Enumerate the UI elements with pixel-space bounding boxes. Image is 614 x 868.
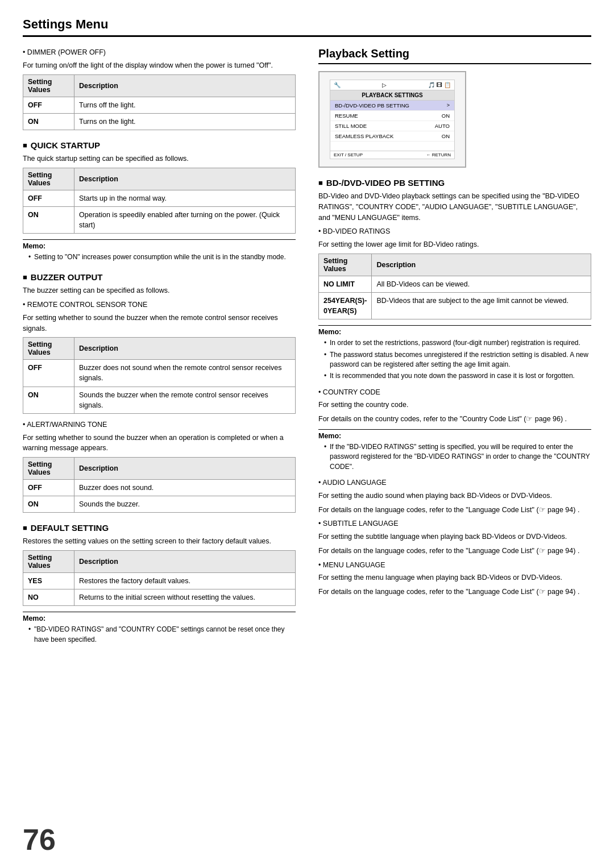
bd-video-ratings-table: Setting Values Description NO LIMIT All … — [318, 254, 591, 319]
ds-no-value: NO — [23, 589, 74, 606]
alert-off-desc: Buzzer does not sound. — [74, 480, 296, 496]
ds-header-desc: Description — [74, 551, 296, 573]
bvr-memo-title: Memo: — [318, 328, 591, 336]
ds-yes-value: YES — [23, 573, 74, 589]
screen-inner: 🔧 ▷ 🎵 🎞 📋 PLAYBACK SETTINGS BD-/DVD-VIDE… — [330, 80, 455, 159]
screen-icon-play: ▷ — [382, 82, 387, 88]
audio-language-desc2: For details on the language codes, refer… — [318, 505, 591, 516]
bvr-nolimit-desc: All BD-Videos can be viewed. — [372, 276, 591, 292]
bd-dvd-section: BD-/DVD-VIDEO PB SETTING BD-Video and DV… — [318, 178, 591, 597]
table-row: NO LIMIT All BD-Videos can be viewed. — [319, 276, 591, 292]
bvr-year-desc: BD-Videos that are subject to the age li… — [372, 292, 591, 319]
rc-header-values: Setting Values — [23, 338, 74, 360]
screen-menu-label-still: STILL MODE — [335, 123, 367, 129]
screen-menu-item-bd: BD-/DVD-VIDEO PB SETTING > — [330, 101, 454, 111]
bd-dvd-desc: BD-Video and DVD-Video playback settings… — [318, 191, 591, 223]
bd-video-ratings-desc: For setting the lower age limit for BD-V… — [318, 239, 591, 250]
page-title: Settings Menu — [23, 17, 591, 37]
screen-menu-value-seamless: ON — [442, 133, 450, 139]
bvr-year-value: 254YEAR(S)- 0YEAR(S) — [319, 292, 372, 319]
default-setting-table: Setting Values Description YES Restores … — [23, 550, 296, 606]
screen-menu-arrow-bd: > — [447, 102, 450, 109]
screen-menu-value-still: AUTO — [435, 123, 450, 129]
cc-memo-title: Memo: — [318, 432, 591, 440]
dimmer-desc: For turning on/off the light of the disp… — [23, 60, 296, 71]
screen-menu-label-seamless: SEAMLESS PLAYBACK — [335, 133, 393, 139]
screen-icon-settings: 🔧 — [334, 82, 341, 88]
rc-on-desc: Sounds the buzzer when the remote contro… — [74, 387, 296, 413]
qs-off-desc: Starts up in the normal way. — [74, 190, 296, 206]
qs-header-values: Setting Values — [23, 168, 74, 190]
bvr-header-desc: Description — [372, 254, 591, 276]
quick-startup-table: Setting Values Description OFF Starts up… — [23, 168, 296, 234]
table-row: OFF Buzzer does not sound. — [23, 480, 296, 496]
screen-menu-item-resume: RESUME ON — [330, 111, 454, 121]
screen-menu-title: PLAYBACK SETTINGS — [330, 90, 454, 101]
ds-yes-desc: Restores the factory default values. — [74, 573, 296, 589]
table-row: ON Sounds the buzzer. — [23, 496, 296, 513]
country-code-desc1: For setting the country code. — [318, 400, 591, 410]
dimmer-section: DIMMER (POWER OFF) For turning on/off th… — [23, 47, 296, 130]
quick-startup-title: QUICK STARTUP — [23, 140, 296, 150]
qs-on-desc: Operation is speedily enabled after turn… — [74, 206, 296, 233]
default-setting-memo: Memo: "BD-VIDEO RATINGS" and "COUNTRY CO… — [23, 612, 296, 645]
alert-header-desc: Description — [74, 458, 296, 480]
default-setting-title: DEFAULT SETTING — [23, 523, 296, 533]
table-row: OFF Starts up in the normal way. — [23, 190, 296, 206]
subtitle-language-desc1: For setting the subtitle language when p… — [318, 531, 591, 542]
qs-memo-item-0: Setting to "ON" increases power consumpt… — [28, 252, 296, 262]
screen-menu-item-still: STILL MODE AUTO — [330, 121, 454, 131]
audio-language-desc1: For setting the audio sound when playing… — [318, 491, 591, 501]
qs-on-value: ON — [23, 206, 74, 233]
left-column: DIMMER (POWER OFF) For turning on/off th… — [23, 47, 296, 650]
dimmer-on-value: ON — [23, 113, 74, 130]
qs-header-desc: Description — [74, 168, 296, 190]
ds-memo-item-0: "BD-VIDEO RATINGS" and "COUNTRY CODE" se… — [28, 625, 296, 645]
screen-bottom-right: ← RETURN — [426, 152, 451, 157]
alert-on-desc: Sounds the buzzer. — [74, 496, 296, 513]
dimmer-table: Setting Values Description OFF Turns off… — [23, 74, 296, 130]
menu-language-desc2: For details on the language codes, refer… — [318, 587, 591, 597]
country-code-memo: Memo: If the "BD-VIDEO RATINGS" setting … — [318, 429, 591, 472]
table-row: ON Turns on the light. — [23, 113, 296, 130]
default-setting-section: DEFAULT SETTING Restores the setting val… — [23, 523, 296, 645]
playback-setting-title: Playback Setting — [318, 47, 591, 64]
screen-menu-label-bd: BD-/DVD-VIDEO PB SETTING — [335, 102, 409, 109]
screen-menu-value-resume: ON — [442, 113, 450, 119]
cc-memo-item-0: If the "BD-VIDEO RATINGS" setting is spe… — [324, 442, 591, 472]
buzzer-desc: The buzzer setting can be specified as f… — [23, 285, 296, 296]
buzzer-output-title: BUZZER OUTPUT — [23, 272, 296, 282]
bd-dvd-title: BD-/DVD-VIDEO PB SETTING — [318, 178, 591, 188]
alert-header-values: Setting Values — [23, 458, 74, 480]
qs-memo-title: Memo: — [23, 242, 296, 250]
ds-no-desc: Returns to the initial screen without re… — [74, 589, 296, 606]
dimmer-table-header-values: Setting Values — [23, 74, 74, 97]
bvr-memo-item-1: The password status becomes unregistered… — [324, 350, 591, 370]
country-code-desc2: For details on the country codes, refer … — [318, 414, 591, 425]
table-row: 254YEAR(S)- 0YEAR(S) BD-Videos that are … — [319, 292, 591, 319]
quick-startup-desc: The quick startup setting can be specifi… — [23, 153, 296, 164]
dimmer-table-header-desc: Description — [74, 74, 296, 97]
qs-off-value: OFF — [23, 190, 74, 206]
screen-menu-label-resume: RESUME — [335, 113, 358, 119]
alert-table: Setting Values Description OFF Buzzer do… — [23, 457, 296, 513]
buzzer-output-section: BUZZER OUTPUT The buzzer setting can be … — [23, 272, 296, 513]
menu-language-bullet: MENU LANGUAGE — [318, 560, 591, 571]
alert-off-value: OFF — [23, 480, 74, 496]
table-row: OFF Turns off the light. — [23, 97, 296, 113]
default-setting-desc: Restores the setting values on the setti… — [23, 536, 296, 547]
screen-icons-right: 🎵 🎞 📋 — [428, 82, 451, 88]
table-row: NO Returns to the initial screen without… — [23, 589, 296, 606]
ds-memo-title: Memo: — [23, 614, 296, 622]
alert-tone-desc: For setting whether to sound the buzzer … — [23, 433, 296, 454]
bvr-memo-item-2: It is recommended that you note down the… — [324, 371, 591, 381]
quick-startup-section: QUICK STARTUP The quick startup setting … — [23, 140, 296, 263]
bd-video-ratings-bullet: BD-VIDEO RATINGS — [318, 226, 591, 237]
rc-on-value: ON — [23, 387, 74, 413]
screen-bottom-bar: EXIT / SETUP ← RETURN — [330, 151, 454, 159]
audio-language-bullet: AUDIO LANGUAGE — [318, 477, 591, 488]
quick-startup-memo: Memo: Setting to "ON" increases power co… — [23, 239, 296, 262]
table-row: ON Sounds the buzzer when the remote con… — [23, 387, 296, 413]
bvr-header-values: Setting Values — [319, 254, 372, 276]
table-row: OFF Buzzer does not sound when the remot… — [23, 360, 296, 387]
